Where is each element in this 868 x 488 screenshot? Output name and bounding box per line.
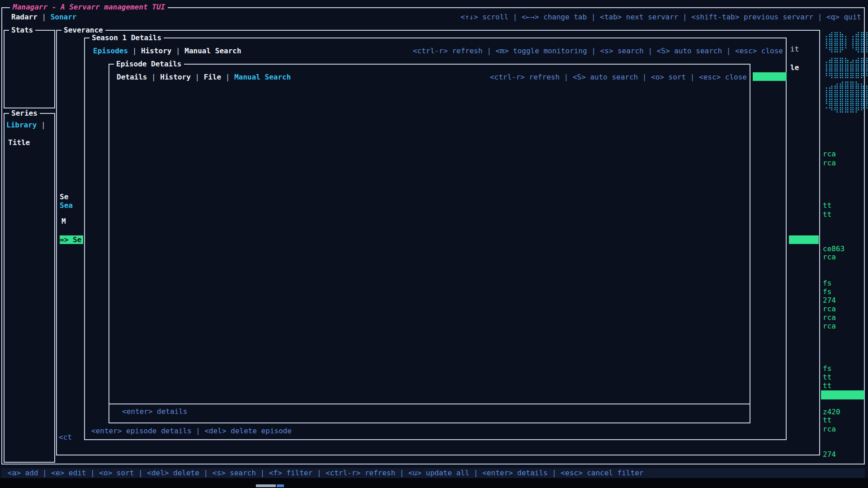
tab-separator: | [128, 47, 141, 55]
clipped-column-fragment: rca [823, 159, 836, 167]
clipped-column-fragment: fs [823, 364, 831, 373]
logo-art-line: ⠸⣿⣿⣿⣿⣿⣿⣿⣿⠇ [823, 98, 868, 106]
clipped-column-fragment: tt [823, 201, 831, 210]
clipped-column-fragment: fs [823, 287, 831, 296]
bottom-help-bar: <a> add | <e> edit | <o> sort | <del> de… [1, 468, 865, 478]
clipped-seasons-tab: Sea [60, 201, 83, 210]
stats-panel-title: Stats [9, 26, 35, 34]
bottom-help-text: <a> add | <e> edit | <o> sort | <del> de… [8, 468, 643, 478]
clipped-column-fragment: rca [823, 313, 836, 322]
tab-details[interactable]: Details [117, 73, 147, 81]
tab-separator: | [147, 73, 160, 81]
logo-art-line: ⢸⣿⣿⣿⣿⣿⣿⣿⣿⡇ [823, 63, 868, 72]
tab-separator: | [38, 13, 51, 21]
logo-art-line: ⢀⣠⣴⣾⣿⣿⣷⣦⣄⡀ [823, 80, 868, 89]
clipped-column-fragment: rca [823, 322, 836, 330]
tab-sonarr[interactable]: Sonarr [51, 13, 77, 21]
episode-overlay-help: <ctrl-r> refresh | <S> auto search | <o>… [490, 73, 747, 81]
clipped-column-fragment: ce863 [823, 244, 844, 253]
global-help-text: <↑↓> scroll | <←→> change tab | <tab> ne… [461, 13, 861, 21]
season-overlay-tab-bar: Episodes | History | Manual Search [93, 47, 241, 55]
season-overlay-title: Season 1 Details [90, 33, 164, 42]
clipped-column-fragment: rca [823, 305, 836, 313]
clipped-column-fragment: tt [823, 416, 831, 424]
clipped-column-fragment: rca [823, 150, 836, 158]
tab-radarr[interactable]: Radarr [11, 13, 38, 21]
series-tab-bar: Library | [6, 121, 46, 129]
managarr-tui-screen: Managarr - A Servarr management TUI Rada… [0, 0, 868, 488]
table-footer-divider [109, 404, 750, 404]
clipped-column-fragment: tt [823, 373, 831, 381]
logo-art-line: ⢀⣴⣶⣶⣦⣠⣴⣶⣦⡀ [823, 55, 868, 63]
clipped-column-fragment: 274 [823, 296, 836, 305]
clipped-seasons-title: Se [60, 192, 83, 201]
clipped-selected-season-row: => Se [60, 235, 83, 244]
clipped-column-fragment: tt [823, 381, 831, 390]
clipped-selected-episode-bar [753, 72, 787, 81]
tab-file[interactable]: File [204, 73, 222, 81]
tab-separator: | [221, 73, 234, 81]
app-title: Managarr - A Servarr management TUI [10, 3, 168, 11]
clipped-panel-footer: <ct [59, 433, 83, 441]
taskbar-peek-accent [277, 484, 284, 487]
season-overlay-footer: <enter> episode details | <del> delete e… [91, 427, 292, 435]
taskbar-peek [256, 484, 276, 487]
clipped-selected-season-bar [789, 235, 819, 244]
tab-history[interactable]: History [160, 73, 190, 81]
series-column-header: Title [8, 138, 30, 147]
logo-art-line: ⠈⠻⠿⠟⠁⠈⠻⠿⠟⠁ [823, 46, 868, 55]
clipped-header-fragment: le [790, 63, 799, 72]
episode-overlay-footer: <enter> details [122, 407, 188, 416]
logo-art-line: ⠈⠙⠻⠿⠿⠿⠟⠋⠁ [823, 106, 868, 115]
tab-separator: | [191, 73, 204, 81]
clipped-seasons-header: M [61, 217, 83, 225]
clipped-column-fragment: tt [823, 210, 831, 219]
tab-episodes[interactable]: Episodes [93, 47, 128, 55]
clipped-text-fragment: it [790, 45, 799, 53]
logo-art-line: ⢸⣿⣿⣿⣿⣿⣿⣿⣿⡇ [823, 89, 868, 98]
bottom-black-strip [0, 478, 868, 488]
tab-separator: | [37, 121, 45, 129]
series-panel: Series [4, 113, 55, 463]
tab-history[interactable]: History [141, 47, 171, 55]
episode-overlay-title: Episode Details [114, 60, 184, 68]
clipped-column-fragment: 274 [823, 450, 836, 459]
series-panel-title: Series [9, 109, 40, 117]
tab-separator: | [171, 47, 184, 55]
season-overlay-help: <ctrl-r> refresh | <m> toggle monitoring… [413, 47, 783, 55]
clipped-column-fragment: rca [823, 425, 836, 433]
tab-library[interactable]: Library [6, 121, 37, 129]
logo-art-line: ⢸⣿⣿⣿⡇⢸⣿⣿⣿⡇ [823, 38, 868, 46]
logo-art-line: ⠘⠻⠿⠿⠿⠿⠿⠟⠋⠁ [823, 72, 868, 80]
clipped-column-fragment: fs [823, 279, 831, 287]
clipped-column-fragment: z420 [823, 408, 840, 416]
episode-details-overlay: Episode Details [108, 64, 750, 423]
episode-overlay-tab-bar: Details | History | File | Manual Search [117, 73, 291, 81]
clipped-selected-row-bar [821, 390, 864, 399]
tab-manual-search[interactable]: Manual Search [234, 73, 291, 81]
tab-manual-search[interactable]: Manual Search [184, 47, 241, 55]
servarr-tab-bar: Radarr | Sonarr [11, 13, 77, 21]
logo-art-line: ⢀⣴⣶⣦⡀⢀⣴⣶⣦⡀ [823, 29, 868, 38]
clipped-column-fragment: rca [823, 253, 836, 261]
stats-panel: Stats [4, 30, 55, 108]
